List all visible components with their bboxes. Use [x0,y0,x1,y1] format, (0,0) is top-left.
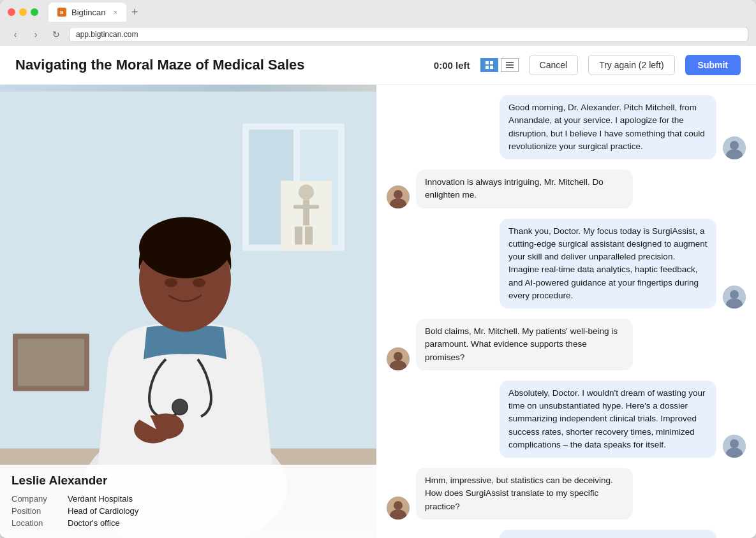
active-tab[interactable]: B Bigtincan × [48,3,126,22]
address-bar[interactable]: app.bigtincan.com [69,27,748,42]
forward-button[interactable]: › [28,27,43,42]
svg-point-12 [299,185,314,200]
svg-point-30 [730,141,739,150]
svg-rect-18 [18,339,84,386]
svg-rect-16 [305,227,313,245]
main-area: Leslie Alexander Company Verdant Hospita… [0,85,756,538]
svg-point-36 [730,290,739,299]
avatar [387,185,410,208]
app-header: Navigating the Moral Maze of Medical Sal… [0,46,756,85]
traffic-lights [8,8,38,16]
doctor-info-table: Company Verdant Hospitals Position Head … [11,494,365,528]
app-content: Navigating the Moral Maze of Medical Sal… [0,46,756,538]
position-label: Position [11,506,63,516]
new-tab-button[interactable]: + [126,6,144,19]
message-bubble: We have pre-loaded protocols for various… [500,530,716,538]
message-bubble: Innovation is always intriguing, Mr. Mit… [416,170,633,208]
chat-message: Bold claims, Mr. Mitchell. My patients' … [387,319,746,370]
svg-point-42 [730,439,739,448]
svg-point-33 [394,190,403,199]
svg-point-45 [394,501,403,510]
submit-button[interactable]: Submit [685,55,741,75]
chat-message: Absolutely, Doctor. I wouldn't dream of … [387,381,746,458]
company-value: Verdant Hospitals [68,494,365,504]
title-bar: B Bigtincan × + [0,0,756,24]
chat-message: Hmm, impressive, but statistics can be d… [387,468,746,520]
svg-rect-14 [293,205,319,209]
svg-rect-13 [303,200,309,226]
svg-rect-1 [490,61,493,64]
chat-message: Innovation is always intriguing, Mr. Mit… [387,170,746,208]
svg-rect-2 [485,66,489,69]
info-overlay: Leslie Alexander Company Verdant Hospita… [0,465,376,538]
chat-message: Thank you, Doctor. My focus today is Sur… [387,219,746,309]
cancel-button[interactable]: Cancel [529,55,579,75]
close-button[interactable] [8,8,15,16]
message-bubble: Good morning, Dr. Alexander. Pitch Mitch… [500,95,716,159]
tab-bar: B Bigtincan × + [48,3,748,22]
message-bubble: Absolutely, Doctor. I wouldn't dream of … [500,381,716,458]
message-bubble: Bold claims, Mr. Mitchell. My patients' … [416,319,633,370]
maximize-button[interactable] [31,8,38,16]
svg-rect-4 [506,62,514,63]
grid-view-button[interactable] [480,58,498,72]
tab-close-icon[interactable]: × [113,8,117,16]
address-bar-row: ‹ › ↻ app.bigtincan.com [0,24,756,46]
svg-point-25 [193,279,205,287]
svg-rect-5 [506,64,514,66]
avatar [387,347,410,370]
left-panel: Leslie Alexander Company Verdant Hospita… [0,85,376,538]
tab-favicon: B [57,8,66,17]
reload-button[interactable]: ↻ [48,27,64,42]
chat-panel: Good morning, Dr. Alexander. Pitch Mitch… [376,85,756,538]
svg-rect-6 [506,67,514,68]
svg-rect-0 [485,61,489,64]
page-title: Navigating the Moral Maze of Medical Sal… [15,57,305,73]
svg-point-24 [165,279,177,287]
avatar [723,435,746,458]
avatar [723,286,746,309]
view-toggle [480,58,519,72]
avatar [387,497,410,520]
svg-rect-15 [295,227,302,245]
back-button[interactable]: ‹ [8,27,23,42]
doctor-name: Leslie Alexander [11,474,365,488]
timer-display: 0:00 left [434,60,470,71]
position-value: Head of Cardiology [68,506,365,516]
message-bubble: Hmm, impressive, but statistics can be d… [416,468,633,520]
svg-rect-3 [490,66,493,69]
svg-point-39 [394,352,403,361]
chat-message: We have pre-loaded protocols for various… [387,530,746,538]
header-controls: 0:00 left Cancel Try again (2 left) Subm… [434,55,741,75]
location-value: Doctor's office [68,518,365,528]
svg-point-26 [172,400,188,415]
message-bubble: Thank you, Doctor. My focus today is Sur… [500,219,716,309]
try-again-button[interactable]: Try again (2 left) [588,55,674,75]
minimize-button[interactable] [19,8,27,16]
location-label: Location [11,518,63,528]
list-view-button[interactable] [501,58,519,72]
tab-title: Bigtincan [71,8,105,17]
company-label: Company [11,494,63,504]
chat-message: Good morning, Dr. Alexander. Pitch Mitch… [387,95,746,159]
avatar [723,136,746,159]
